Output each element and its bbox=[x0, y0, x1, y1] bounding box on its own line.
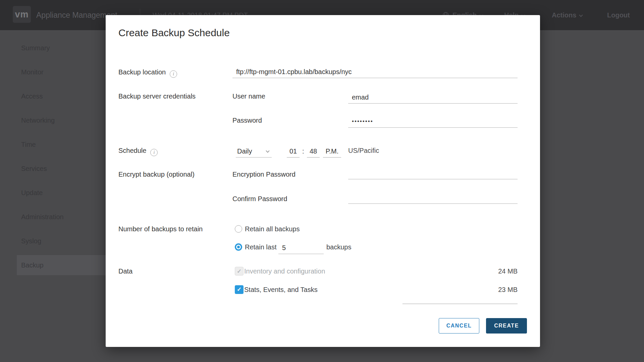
sidebar-item-services[interactable]: Services bbox=[21, 157, 47, 181]
vmware-logo: vm bbox=[13, 6, 31, 23]
data-section-label: Data bbox=[118, 266, 132, 276]
stats-checkbox[interactable]: ✓ bbox=[235, 285, 244, 294]
sidebar-item-syslog[interactable]: Syslog bbox=[21, 229, 41, 253]
create-button[interactable]: CREATE bbox=[486, 318, 527, 334]
logout-button[interactable]: Logout bbox=[607, 0, 630, 30]
sidebar-item-update[interactable]: Update bbox=[21, 181, 43, 205]
inventory-checkbox: ✓ bbox=[235, 267, 244, 276]
vmware-logo-text: vm bbox=[15, 9, 29, 20]
username-input[interactable]: emad bbox=[348, 91, 518, 104]
sidebar-item-summary[interactable]: Summary bbox=[21, 36, 50, 60]
hour-input[interactable]: 01 bbox=[287, 145, 300, 158]
backup-location-label: Backup locationi bbox=[118, 67, 177, 78]
backup-location-input[interactable]: ftp://ftp-mgmt-01.cpbu.lab/backups/nyc bbox=[232, 65, 518, 78]
encryption-password-label: Encryption Password bbox=[232, 170, 296, 179]
password-label: Password bbox=[232, 116, 262, 125]
sidebar-item-monitor[interactable]: Monitor bbox=[21, 60, 44, 84]
info-icon[interactable]: i bbox=[170, 70, 177, 78]
retain-last-label[interactable]: Retain last bbox=[245, 242, 277, 252]
meridiem-toggle[interactable]: P.M. bbox=[323, 145, 341, 158]
timezone-label: US/Pacific bbox=[348, 146, 379, 155]
schedule-label: Schedulei bbox=[118, 146, 158, 156]
hour-value: 01 bbox=[287, 145, 300, 158]
retain-all-label[interactable]: Retain all backups bbox=[245, 224, 300, 234]
frequency-select[interactable]: Daily bbox=[236, 145, 272, 158]
modal-title: Create Backup Schedule bbox=[118, 27, 230, 39]
meridiem-value: P.M. bbox=[323, 145, 341, 158]
encryption-password-input[interactable] bbox=[348, 167, 518, 179]
app-title: Appliance Management bbox=[36, 0, 117, 30]
encrypt-section-label: Encrypt backup (optional) bbox=[118, 170, 195, 179]
retain-last-suffix: backups bbox=[326, 242, 352, 252]
sidebar: Summary Monitor Access Networking Time S… bbox=[0, 30, 111, 362]
chevron-down-icon bbox=[579, 13, 583, 17]
sidebar-item-access[interactable]: Access bbox=[21, 84, 43, 108]
credentials-section-label: Backup server credentials bbox=[118, 92, 196, 101]
password-masked-value: •••••••• bbox=[348, 115, 518, 128]
confirm-password-input[interactable] bbox=[348, 191, 518, 204]
backup-location-value: ftp://ftp-mgmt-01.cpbu.lab/backups/nyc bbox=[232, 65, 518, 78]
cancel-button[interactable]: CANCEL bbox=[439, 318, 479, 334]
password-input[interactable]: •••••••• bbox=[348, 115, 518, 128]
size-divider bbox=[402, 304, 518, 304]
minute-input[interactable]: 48 bbox=[307, 145, 320, 158]
sidebar-item-time[interactable]: Time bbox=[21, 132, 36, 157]
stats-size: 23 MB bbox=[467, 285, 518, 294]
info-icon[interactable]: i bbox=[150, 149, 158, 156]
sidebar-item-administration[interactable]: Administration bbox=[21, 205, 64, 229]
logout-label: Logout bbox=[607, 11, 630, 19]
schedule-label-text: Schedule bbox=[118, 147, 146, 154]
retention-section-label: Number of backups to retain bbox=[118, 224, 203, 234]
radio-dot bbox=[237, 246, 240, 248]
backup-location-label-text: Backup location bbox=[118, 68, 166, 76]
retain-count-value: 5 bbox=[278, 241, 324, 254]
actions-menu[interactable]: Actions bbox=[552, 0, 582, 30]
time-separator: : bbox=[302, 147, 304, 155]
retain-last-radio[interactable] bbox=[235, 243, 242, 251]
inventory-checkbox-label: Inventory and configuration bbox=[244, 266, 325, 276]
sidebar-item-networking[interactable]: Networking bbox=[21, 108, 55, 132]
create-backup-schedule-modal: Create Backup Schedule Backup locationi … bbox=[106, 15, 540, 347]
minute-value: 48 bbox=[307, 145, 320, 158]
stats-checkbox-label[interactable]: Stats, Events, and Tasks bbox=[244, 285, 318, 294]
confirm-password-label: Confirm Password bbox=[232, 194, 287, 203]
username-value: emad bbox=[348, 91, 518, 104]
actions-label: Actions bbox=[552, 11, 576, 19]
username-label: User name bbox=[232, 92, 265, 101]
retain-count-input[interactable]: 5 bbox=[278, 241, 324, 254]
retain-all-radio[interactable] bbox=[235, 225, 242, 233]
sidebar-item-backup[interactable]: Backup bbox=[17, 255, 108, 275]
inventory-size: 24 MB bbox=[467, 266, 518, 276]
